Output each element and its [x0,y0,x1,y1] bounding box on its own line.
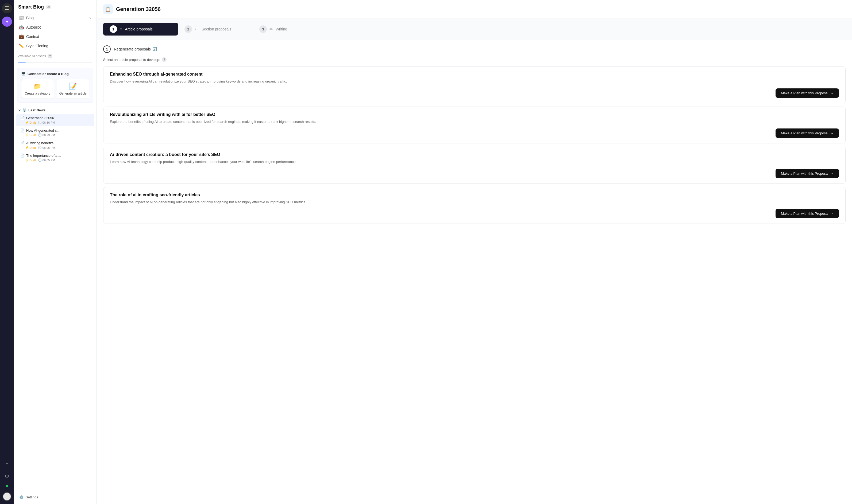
sidebar-title: Smart Blog [18,4,44,10]
proposal-3-desc: Learn how AI technology can help produce… [110,159,839,164]
sidebar: Smart Blog AI 📰 Blog ∨ 🤖 Autopilot 💼 Con… [14,0,97,504]
action-cards: 📁 Create a category 📝 Generate an articl… [21,79,89,99]
available-articles-section: Available AI articles ? [14,52,97,61]
lightning-icon-2: ⚡ [25,133,29,137]
draft-badge-4: ⚡ Draft [25,158,36,162]
generate-article-card[interactable]: 📝 Generate an article [57,79,90,99]
regenerate-bar: 1 Regenerate proposals 🔄 [103,46,846,53]
news-item-title-text-2: How AI-generated c... [26,128,59,132]
step-2-num: 2 [185,25,192,33]
make-plan-label-2: Make a Plan with this Proposal [781,131,829,135]
settings-gear-icon: ⚙️ [19,495,23,499]
step-2-label: Section proposals [202,27,231,31]
sidebar-footer: ⚙️ Settings [14,490,97,504]
make-plan-button-4[interactable]: Make a Plan with this Proposal → [776,209,839,218]
sidebar-item-style-cloning[interactable]: ✏️ Style Cloning [16,41,94,51]
step-article-proposals[interactable]: 1 ≡ Article proposals [103,23,178,36]
sidebar-item-context-label: Context [26,34,39,39]
sidebar-item-blog[interactable]: 📰 Blog ∨ [16,13,94,22]
step-3-label: Writing [276,27,287,31]
step-1-label: Article proposals [125,27,153,31]
news-item-doc-icon-3: 📄 [20,141,24,145]
lightning-icon: ⚡ [25,121,29,124]
arrow-icon-4: → [830,212,834,216]
spark-icon-button[interactable]: ✦ [2,17,12,27]
proposal-card-1: Enhancing SEO through ai-generated conte… [103,66,846,103]
proposal-1-title: Enhancing SEO through ai-generated conte… [110,72,839,77]
proposal-card-2: Revolutionizing article writing with ai … [103,107,846,144]
time-badge-4: 🕐 06:05 PM [38,158,55,162]
news-item-title-text-3: Ai writing benefits [26,141,53,145]
news-item-title-text: Generation 32056 [26,116,54,120]
sidebar-item-autopilot[interactable]: 🤖 Autopilot [16,22,94,32]
regenerate-button[interactable]: Regenerate proposals 🔄 [114,47,157,51]
proposal-4-desc: Understand the impact of AI on generatin… [110,199,839,205]
time-badge-3: 🕐 06:05 PM [38,146,55,149]
proposal-2-desc: Explore the benefits of using AI to crea… [110,119,839,124]
arrow-icon-3: → [830,172,834,176]
progress-bar-fill [18,62,26,62]
main-header: 📋 Generation 32056 [97,0,852,18]
regen-icon: 🔄 [152,47,157,51]
settings-icon-button[interactable]: ⚙ [3,472,11,481]
step-section-proposals[interactable]: 2 ≔ Section proposals [178,23,253,36]
proposal-card-4: The role of ai in crafting seo-friendly … [103,187,846,224]
proposal-2-action: Make a Plan with this Proposal → [110,128,839,138]
menu-icon: ☰ [5,5,9,11]
chevron-down-icon: ∨ [89,16,92,20]
news-item-how-ai[interactable]: 📄 How AI-generated c... ⚡ Draft 🕐 06:23 … [16,126,94,139]
status-dot [6,485,8,487]
lightning-icon-4: ⚡ [25,158,29,162]
add-button[interactable]: + [3,459,11,468]
draft-badge-3: ⚡ Draft [25,146,36,149]
lightning-icon-3: ⚡ [25,146,29,149]
arrow-icon-2: → [830,131,834,135]
available-help-icon[interactable]: ? [48,54,52,58]
sidebar-nav: 📰 Blog ∨ 🤖 Autopilot 💼 Context ✏️ Style … [14,12,97,52]
sidebar-item-style-label: Style Cloning [26,44,48,48]
create-category-label: Create a category [25,92,50,95]
proposal-4-title: The role of ai in crafting seo-friendly … [110,193,839,197]
create-category-icon: 📁 [33,83,41,90]
main-content: 📋 Generation 32056 1 ≡ Article proposals… [97,0,852,504]
make-plan-button-3[interactable]: Make a Plan with this Proposal → [776,169,839,178]
avatar[interactable] [3,492,11,501]
make-plan-label-3: Make a Plan with this Proposal [781,172,829,176]
draft-badge: ⚡ Draft [25,121,36,124]
time-badge-2: 🕐 06:23 PM [38,133,55,137]
sidebar-item-blog-label: Blog [26,16,34,20]
proposal-4-action: Make a Plan with this Proposal → [110,209,839,218]
icon-bar-bottom: + ⚙ [3,459,11,501]
style-icon: ✏️ [19,43,24,48]
make-plan-label-4: Make a Plan with this Proposal [781,212,829,216]
settings-label: Settings [26,495,38,499]
step-1-icon: ≡ [120,27,122,32]
steps-bar: 1 ≡ Article proposals 2 ≔ Section propos… [97,18,852,40]
settings-item[interactable]: ⚙️ Settings [18,493,92,501]
make-plan-button-2[interactable]: Make a Plan with this Proposal → [776,128,839,138]
menu-icon-button[interactable]: ☰ [2,3,12,13]
ai-badge: AI [46,5,51,9]
news-item-doc-icon: 📄 [20,116,24,120]
proposal-1-desc: Discover how leveraging AI can revolutio… [110,79,839,84]
select-help-icon[interactable]: ? [162,57,167,62]
connect-blog-icon: 🖥️ [21,72,25,76]
create-category-card[interactable]: 📁 Create a category [21,79,54,99]
last-news-chevron-icon: ∨ [18,108,21,112]
connect-blog-box: 🖥️ Connect or create a Blog 📁 Create a c… [17,68,93,103]
step-writing[interactable]: 3 ✏ Writing [253,23,328,36]
regen-number: 1 [103,46,111,53]
available-label: Available AI articles [18,54,46,58]
select-proposal-label: Select an article proposal to develop: ? [103,57,846,62]
clock-icon-2: 🕐 [38,133,42,137]
make-plan-button-1[interactable]: Make a Plan with this Proposal → [776,88,839,98]
news-item-gen-32056[interactable]: 📄 Generation 32056 ⚡ Draft 🕐 06:36 PM [16,114,94,126]
main-title-icon: 📋 [103,4,113,14]
generate-article-label: Generate an article [59,92,87,95]
news-item-importance[interactable]: 📄 The Importance of a ... ⚡ Draft 🕐 06:0… [16,151,94,164]
sidebar-item-context[interactable]: 💼 Context [16,32,94,41]
last-news-header[interactable]: ∨ 📡 Last News [14,105,97,114]
news-item-doc-icon-2: 📄 [20,128,24,132]
proposal-2-title: Revolutionizing article writing with ai … [110,112,839,117]
news-item-ai-writing[interactable]: 📄 Ai writing benefits ⚡ Draft 🕐 06:05 PM [16,139,94,151]
